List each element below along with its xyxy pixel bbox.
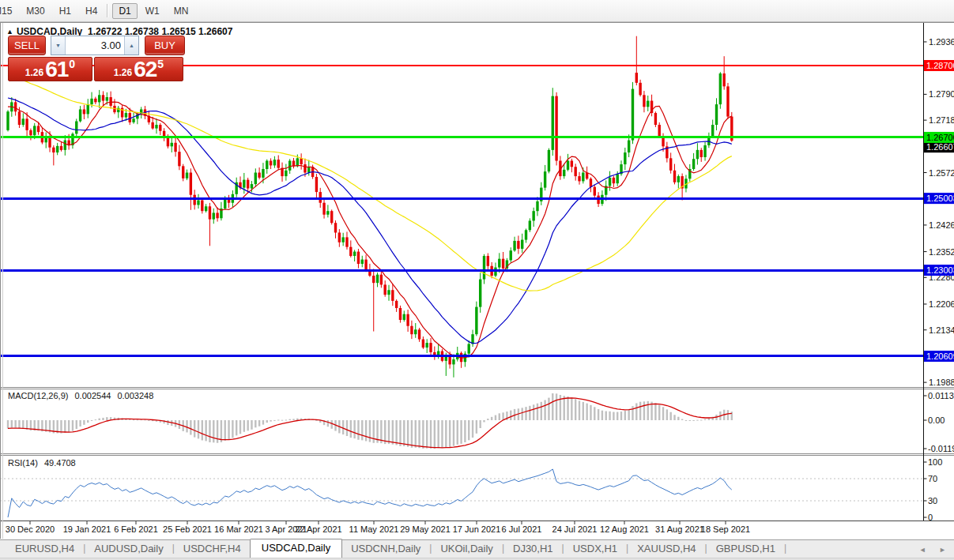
sell-price-pip: 0: [69, 58, 75, 70]
svg-text:1.22060: 1.22060: [929, 299, 954, 309]
one-click-trading-panel: SELL ▼ ▲ BUY 1.26 61 0 1.26 62 5: [8, 36, 185, 81]
svg-text:1.26607: 1.26607: [926, 142, 954, 152]
timeframe-button-m15[interactable]: M15: [0, 3, 18, 19]
svg-text:70: 70: [928, 474, 937, 483]
svg-text:12 Aug 2021: 12 Aug 2021: [600, 524, 649, 534]
svg-text:11 May 2021: 11 May 2021: [349, 524, 399, 534]
svg-text:30 Dec 2020: 30 Dec 2020: [6, 524, 55, 534]
tab-dj30-h1[interactable]: DJ30,H1: [504, 540, 562, 558]
tab-usdx-h1[interactable]: USDX,H1: [564, 540, 626, 558]
rsi-value: 49.4708: [44, 458, 76, 468]
tab-eurusd-h4[interactable]: EURUSD,H4: [6, 540, 83, 558]
svg-text:1.27180: 1.27180: [929, 115, 954, 125]
svg-text:1.27900: 1.27900: [929, 89, 954, 99]
tab-usdchf-h4[interactable]: USDCHF,H4: [175, 540, 250, 558]
svg-text:6 Feb 2021: 6 Feb 2021: [114, 524, 158, 534]
svg-text:1.25720: 1.25720: [929, 168, 954, 178]
tab-gbpusd-h1[interactable]: GBPUSD,H1: [707, 540, 784, 558]
symbol-tabbar: EURUSD,H4|AUDUSD,Daily|USDCHF,H4USDCAD,D…: [0, 539, 954, 558]
volume-spinner: ▼ ▲: [51, 36, 139, 55]
tab-scroll-arrows: ◄ ►: [908, 546, 946, 554]
macd-value-signal: 0.003248: [117, 391, 153, 400]
svg-text:17 Jun 2021: 17 Jun 2021: [453, 524, 501, 534]
toolbar-separator: [107, 4, 107, 17]
timeframe-toolbar: M15M30H1H4D1W1MN: [0, 0, 954, 22]
tab-xauusd-h4[interactable]: XAUUSD,H4: [628, 540, 704, 558]
svg-text:6 Jul 2021: 6 Jul 2021: [502, 524, 542, 534]
svg-text:18 Sep 2021: 18 Sep 2021: [701, 524, 750, 534]
tab-scroll-right-icon[interactable]: ►: [939, 546, 946, 554]
timeframe-button-mn[interactable]: MN: [168, 3, 195, 19]
svg-text:1.20609: 1.20609: [926, 351, 954, 361]
svg-text:1.24260: 1.24260: [929, 220, 954, 230]
timeframe-button-h1[interactable]: H1: [53, 3, 77, 19]
buy-price-base: 1.26: [114, 67, 132, 78]
rsi-name: RSI(14): [8, 458, 38, 468]
svg-text:24 Jul 2021: 24 Jul 2021: [552, 524, 598, 534]
svg-text:100: 100: [928, 457, 942, 467]
svg-text:16 Mar 2021: 16 Mar 2021: [214, 524, 263, 534]
svg-text:30: 30: [928, 496, 937, 506]
timeframe-button-w1[interactable]: W1: [139, 3, 166, 19]
tab-audusd-daily[interactable]: AUDUSD,Daily: [85, 540, 172, 558]
macd-indicator-label: MACD(12,26,9) 0.002544 0.003248: [8, 391, 157, 400]
tab-usdcnh-daily[interactable]: USDCNH,Daily: [342, 540, 429, 558]
chart-window: 1.293601.279001.271801.264401.257201.242…: [0, 22, 954, 539]
buy-price-big-digits: 62: [134, 59, 156, 80]
buy-button[interactable]: BUY: [145, 36, 185, 55]
buy-price-button[interactable]: 1.26 62 5: [94, 57, 183, 81]
sell-price-base: 1.26: [25, 67, 43, 78]
svg-text:0.01135: 0.01135: [928, 391, 954, 400]
macd-value-main: 0.002544: [74, 391, 111, 400]
svg-text:1.23003: 1.23003: [926, 265, 954, 275]
svg-text:1.29360: 1.29360: [929, 37, 954, 47]
svg-text:1.21340: 1.21340: [929, 325, 954, 335]
buy-price-pip: 5: [157, 58, 164, 70]
svg-text:25 Feb 2021: 25 Feb 2021: [163, 524, 212, 534]
tab-scroll-left-icon[interactable]: ◄: [919, 546, 926, 554]
svg-text:1.25003: 1.25003: [926, 194, 954, 203]
timeframe-button-d1[interactable]: D1: [112, 3, 137, 19]
sell-price-button[interactable]: 1.26 61 0: [8, 57, 92, 81]
svg-text:19 Jan 2021: 19 Jan 2021: [63, 524, 111, 534]
svg-text:22 Apr 2021: 22 Apr 2021: [295, 524, 341, 534]
svg-text:0.00: 0.00: [928, 415, 945, 425]
tab-ukoil-daily[interactable]: UKOil,Daily: [432, 540, 501, 558]
svg-text:-0.01190: -0.01190: [928, 444, 954, 453]
svg-text:29 May 2021: 29 May 2021: [400, 524, 451, 534]
tab-usdcad-daily[interactable]: USDCAD,Daily: [250, 539, 342, 558]
tab-separator: |: [784, 543, 786, 558]
svg-text:1.28700: 1.28700: [926, 61, 954, 70]
volume-increase-icon[interactable]: ▲: [124, 36, 138, 54]
volume-input[interactable]: [66, 36, 124, 54]
svg-text:31 Aug 2021: 31 Aug 2021: [655, 524, 704, 534]
svg-text:1.26700: 1.26700: [926, 133, 954, 142]
sell-button[interactable]: SELL: [8, 36, 46, 55]
svg-text:0: 0: [928, 513, 933, 522]
svg-text:1.19880: 1.19880: [929, 378, 954, 387]
price-chart-svg[interactable]: 1.293601.279001.271801.264401.257201.242…: [0, 23, 954, 539]
volume-decrease-icon[interactable]: ▼: [51, 36, 66, 54]
macd-name: MACD(12,26,9): [8, 391, 68, 400]
rsi-indicator-label: RSI(14) 49.4708: [8, 458, 80, 468]
collapse-panel-icon[interactable]: ▲: [6, 28, 13, 36]
timeframe-button-h4[interactable]: H4: [79, 3, 104, 19]
svg-text:1.23520: 1.23520: [929, 247, 954, 257]
trading-terminal: M15M30H1H4D1W1MN 1.293601.279001.271801.…: [0, 0, 954, 560]
timeframe-button-m30[interactable]: M30: [20, 3, 51, 19]
sell-price-big-digits: 61: [45, 59, 68, 80]
